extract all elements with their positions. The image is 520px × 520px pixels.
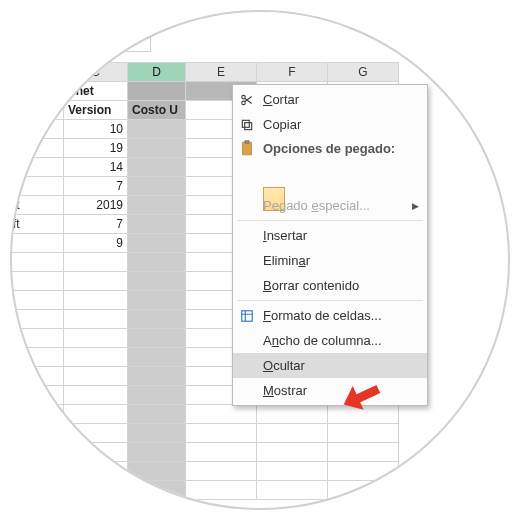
menu-column-width[interactable]: Ancho de columna... <box>233 328 427 353</box>
menu-clear-contents[interactable]: Borrar contenido <box>233 273 427 298</box>
menu-label: Borrar contenido <box>263 278 359 293</box>
menu-hide[interactable]: Ocultar <box>233 353 427 378</box>
header-version[interactable]: Version <box>64 101 128 120</box>
formula-input[interactable]: Costo USD <box>31 34 151 52</box>
ribbon-style-row: N K S ▾ ▾ ▾ A ▾ <box>269 10 433 16</box>
bold-button[interactable]: N <box>269 10 278 15</box>
separator <box>237 300 423 301</box>
fill-color-icon[interactable] <box>377 10 391 14</box>
separator <box>237 220 423 221</box>
col-header-d[interactable]: D <box>128 63 186 82</box>
svg-rect-5 <box>245 141 250 144</box>
col-header-e[interactable]: E <box>186 63 257 82</box>
menu-show[interactable]: Mostrar <box>233 378 427 403</box>
chevron-down-icon[interactable]: ▾ <box>429 10 433 12</box>
header-costo[interactable]: Costo U <box>128 101 186 120</box>
menu-label: Ancho de columna... <box>263 333 382 348</box>
cell[interactable]: Apple <box>10 158 64 177</box>
col-header-b[interactable]: B <box>10 63 64 82</box>
cell[interactable]: Microsoft <box>10 215 64 234</box>
menu-label: Eliminar <box>263 253 310 268</box>
cell[interactable]: 2019 <box>64 196 128 215</box>
clipboard-icon <box>239 140 255 156</box>
font-size-box[interactable]: 11 ▾ <box>331 10 365 12</box>
cell[interactable]: 19 <box>64 139 128 158</box>
cell[interactable]: Microsoft <box>10 196 64 215</box>
underline-button[interactable]: S <box>303 10 312 15</box>
cell[interactable]: 9 <box>64 234 128 253</box>
svg-rect-4 <box>242 142 251 155</box>
menu-label: Mostrar <box>263 383 307 398</box>
chevron-down-icon[interactable]: ▾ <box>320 10 324 12</box>
menu-label: Copiar <box>263 117 301 132</box>
cell[interactable]: CentOS <box>10 177 64 196</box>
svg-rect-3 <box>242 120 249 127</box>
menu-label: Insertar <box>263 228 307 243</box>
cell[interactable]: 14 <box>64 158 128 177</box>
title-cell[interactable]: Solvetic Internet <box>10 82 128 101</box>
svg-rect-2 <box>245 122 252 129</box>
cell[interactable]: 7 <box>64 215 128 234</box>
menu-paste-default[interactable] <box>233 159 427 193</box>
col-header-c[interactable]: C <box>64 63 128 82</box>
header-desarrollador[interactable]: Desarrollador <box>10 101 64 120</box>
cell[interactable]: 10 <box>64 120 128 139</box>
italic-button[interactable]: K <box>286 10 295 15</box>
menu-cut[interactable]: Cortar <box>233 87 427 112</box>
menu-delete[interactable]: Eliminar <box>233 248 427 273</box>
context-menu: Cortar Copiar Opciones de pegado: Pegado… <box>232 84 428 406</box>
menu-label: Cortar <box>263 92 299 107</box>
copy-icon <box>239 117 255 133</box>
svg-rect-6 <box>242 310 253 321</box>
col-header-g[interactable]: G <box>328 63 399 82</box>
chevron-down-icon[interactable]: ▾ <box>399 10 403 12</box>
font-color-icon[interactable]: A <box>411 10 421 15</box>
menu-label: Formato de celdas... <box>263 308 382 323</box>
borders-icon[interactable] <box>341 10 357 14</box>
menu-format-cells[interactable]: Formato de celdas... <box>233 303 427 328</box>
menu-label: Ocultar <box>263 358 305 373</box>
menu-paste-special[interactable]: Pegado especial... ▶ <box>233 193 427 218</box>
chevron-down-icon[interactable]: ▾ <box>365 10 369 12</box>
scissors-icon <box>239 92 255 108</box>
menu-label: Opciones de pegado: <box>263 141 395 156</box>
cell[interactable]: Ubuntu <box>10 139 64 158</box>
menu-paste-options-header: Opciones de pegado: <box>233 137 427 159</box>
cell[interactable]: 7 <box>64 177 128 196</box>
col-header-f[interactable]: F <box>257 63 328 82</box>
cell[interactable]: Mint <box>10 234 64 253</box>
menu-label: Pegado especial... <box>263 198 370 213</box>
formula-bar: fx Costo USD <box>14 34 151 52</box>
format-cells-icon <box>239 308 255 324</box>
menu-insert[interactable]: Insertar <box>233 223 427 248</box>
fx-icon[interactable]: fx <box>14 36 23 50</box>
chevron-right-icon: ▶ <box>412 201 419 211</box>
separator <box>332 10 333 16</box>
menu-copy[interactable]: Copiar <box>233 112 427 137</box>
cell[interactable]: Microsoft <box>10 120 64 139</box>
